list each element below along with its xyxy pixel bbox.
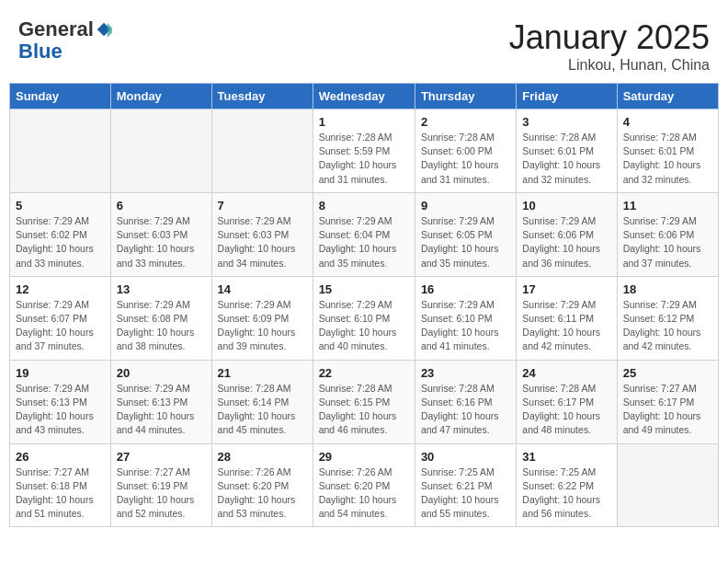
day-info: Sunrise: 7:29 AM Sunset: 6:06 PM Dayligh… [623,214,712,270]
day-number: 28 [218,450,307,464]
day-info: Sunrise: 7:29 AM Sunset: 6:10 PM Dayligh… [319,298,409,354]
title-block: January 2025 Linkou, Hunan, China [509,18,710,74]
day-number: 12 [16,282,105,296]
day-cell: 10Sunrise: 7:29 AM Sunset: 6:06 PM Dayli… [517,192,617,276]
day-info: Sunrise: 7:29 AM Sunset: 6:06 PM Dayligh… [522,214,610,270]
day-cell: 2Sunrise: 7:28 AM Sunset: 6:00 PM Daylig… [415,109,516,193]
day-number: 31 [522,450,610,464]
logo: General Blue [18,18,112,63]
day-number: 27 [117,450,206,464]
header-friday: Friday [517,84,617,109]
day-number: 24 [522,366,610,380]
day-info: Sunrise: 7:28 AM Sunset: 6:01 PM Dayligh… [522,131,610,187]
calendar-title: January 2025 [509,18,710,57]
day-cell: 12Sunrise: 7:29 AM Sunset: 6:07 PM Dayli… [10,276,111,360]
day-info: Sunrise: 7:28 AM Sunset: 6:01 PM Dayligh… [623,131,712,187]
day-cell: 9Sunrise: 7:29 AM Sunset: 6:05 PM Daylig… [415,192,516,276]
header-thursday: Thursday [415,84,516,109]
day-info: Sunrise: 7:29 AM Sunset: 6:13 PM Dayligh… [16,382,105,438]
header-monday: Monday [110,84,211,109]
day-info: Sunrise: 7:28 AM Sunset: 5:59 PM Dayligh… [319,131,409,187]
day-info: Sunrise: 7:27 AM Sunset: 6:18 PM Dayligh… [16,465,105,522]
day-cell [110,109,211,193]
day-number: 18 [623,282,712,296]
day-number: 20 [117,366,206,380]
day-info: Sunrise: 7:29 AM Sunset: 6:03 PM Dayligh… [117,214,206,270]
day-info: Sunrise: 7:27 AM Sunset: 6:19 PM Dayligh… [117,465,206,522]
day-info: Sunrise: 7:25 AM Sunset: 6:22 PM Dayligh… [522,465,610,522]
day-info: Sunrise: 7:29 AM Sunset: 6:09 PM Dayligh… [218,298,307,354]
day-cell: 16Sunrise: 7:29 AM Sunset: 6:10 PM Dayli… [415,276,516,360]
day-cell [617,443,718,527]
week-row-5: 26Sunrise: 7:27 AM Sunset: 6:18 PM Dayli… [10,443,719,527]
day-info: Sunrise: 7:29 AM Sunset: 6:03 PM Dayligh… [218,214,307,270]
day-info: Sunrise: 7:28 AM Sunset: 6:14 PM Dayligh… [218,382,307,438]
day-cell: 29Sunrise: 7:26 AM Sunset: 6:20 PM Dayli… [313,443,415,527]
day-cell: 15Sunrise: 7:29 AM Sunset: 6:10 PM Dayli… [313,276,415,360]
day-cell: 26Sunrise: 7:27 AM Sunset: 6:18 PM Dayli… [10,443,111,527]
week-row-3: 12Sunrise: 7:29 AM Sunset: 6:07 PM Dayli… [10,276,719,360]
day-cell: 18Sunrise: 7:29 AM Sunset: 6:12 PM Dayli… [617,276,718,360]
day-cell: 22Sunrise: 7:28 AM Sunset: 6:15 PM Dayli… [313,360,415,443]
day-info: Sunrise: 7:28 AM Sunset: 6:17 PM Dayligh… [522,382,610,438]
day-info: Sunrise: 7:29 AM Sunset: 6:11 PM Dayligh… [522,298,610,354]
day-number: 30 [421,450,510,464]
week-row-1: 1Sunrise: 7:28 AM Sunset: 5:59 PM Daylig… [10,109,719,193]
day-cell: 17Sunrise: 7:29 AM Sunset: 6:11 PM Dayli… [517,276,617,360]
header-wednesday: Wednesday [313,84,415,109]
day-number: 6 [117,199,206,213]
logo-blue: Blue [18,40,63,63]
day-number: 29 [319,450,409,464]
day-info: Sunrise: 7:29 AM Sunset: 6:04 PM Dayligh… [319,214,409,270]
day-info: Sunrise: 7:28 AM Sunset: 6:15 PM Dayligh… [319,382,409,438]
day-number: 8 [319,199,409,213]
day-number: 10 [522,199,610,213]
day-info: Sunrise: 7:26 AM Sunset: 6:20 PM Dayligh… [319,465,409,522]
day-number: 3 [522,115,610,129]
day-cell: 25Sunrise: 7:27 AM Sunset: 6:17 PM Dayli… [617,360,718,443]
day-number: 9 [421,199,510,213]
day-cell: 19Sunrise: 7:29 AM Sunset: 6:13 PM Dayli… [10,360,111,443]
day-number: 1 [319,115,409,129]
day-info: Sunrise: 7:25 AM Sunset: 6:21 PM Dayligh… [421,465,510,522]
day-number: 15 [319,282,409,296]
day-cell: 8Sunrise: 7:29 AM Sunset: 6:04 PM Daylig… [313,192,415,276]
calendar-header-row: SundayMondayTuesdayWednesdayThursdayFrid… [10,84,719,109]
day-cell: 24Sunrise: 7:28 AM Sunset: 6:17 PM Dayli… [517,360,617,443]
day-cell: 11Sunrise: 7:29 AM Sunset: 6:06 PM Dayli… [617,192,718,276]
day-info: Sunrise: 7:26 AM Sunset: 6:20 PM Dayligh… [218,465,307,522]
header-tuesday: Tuesday [211,84,313,109]
week-row-2: 5Sunrise: 7:29 AM Sunset: 6:02 PM Daylig… [10,192,719,276]
day-cell: 28Sunrise: 7:26 AM Sunset: 6:20 PM Dayli… [211,443,313,527]
day-cell: 4Sunrise: 7:28 AM Sunset: 6:01 PM Daylig… [617,109,718,193]
header-saturday: Saturday [617,84,718,109]
day-number: 16 [421,282,510,296]
day-cell: 7Sunrise: 7:29 AM Sunset: 6:03 PM Daylig… [211,192,313,276]
day-cell: 23Sunrise: 7:28 AM Sunset: 6:16 PM Dayli… [415,360,516,443]
calendar-subtitle: Linkou, Hunan, China [509,57,710,74]
day-number: 17 [522,282,610,296]
day-number: 5 [16,199,105,213]
day-number: 25 [623,366,712,380]
day-number: 7 [218,199,307,213]
day-cell: 31Sunrise: 7:25 AM Sunset: 6:22 PM Dayli… [517,443,617,527]
day-number: 21 [218,366,307,380]
svg-marker-1 [108,23,112,38]
logo-icon [96,21,112,38]
day-number: 2 [421,115,510,129]
day-info: Sunrise: 7:28 AM Sunset: 6:16 PM Dayligh… [421,382,510,438]
day-number: 14 [218,282,307,296]
day-cell: 6Sunrise: 7:29 AM Sunset: 6:03 PM Daylig… [110,192,211,276]
day-number: 19 [16,366,105,380]
calendar-table: SundayMondayTuesdayWednesdayThursdayFrid… [9,83,719,527]
day-info: Sunrise: 7:29 AM Sunset: 6:08 PM Dayligh… [117,298,206,354]
day-cell: 5Sunrise: 7:29 AM Sunset: 6:02 PM Daylig… [10,192,111,276]
day-info: Sunrise: 7:29 AM Sunset: 6:10 PM Dayligh… [421,298,510,354]
day-cell [211,109,313,193]
day-cell: 27Sunrise: 7:27 AM Sunset: 6:19 PM Dayli… [110,443,211,527]
day-cell: 3Sunrise: 7:28 AM Sunset: 6:01 PM Daylig… [517,109,617,193]
day-number: 11 [623,199,712,213]
week-row-4: 19Sunrise: 7:29 AM Sunset: 6:13 PM Dayli… [10,360,719,443]
day-number: 22 [319,366,409,380]
day-info: Sunrise: 7:29 AM Sunset: 6:05 PM Dayligh… [421,214,510,270]
